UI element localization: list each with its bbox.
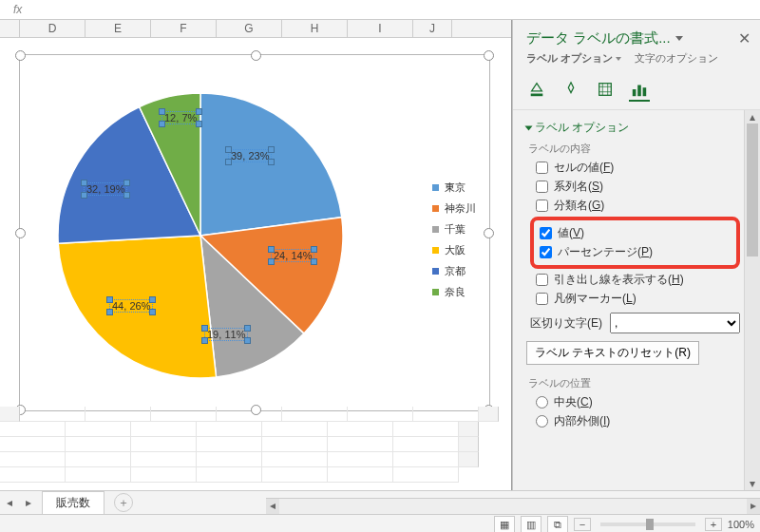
view-page-layout-icon[interactable]: ▥ xyxy=(521,516,542,532)
fx-icon[interactable]: fx xyxy=(13,3,22,16)
svg-rect-5 xyxy=(643,87,647,96)
close-button[interactable]: ✕ xyxy=(738,29,750,48)
checkbox[interactable] xyxy=(536,274,548,286)
legend-swatch xyxy=(432,205,439,212)
scroll-right-icon[interactable]: ▸ xyxy=(747,499,760,514)
checkbox[interactable] xyxy=(540,246,552,258)
col-header[interactable]: J xyxy=(413,20,452,37)
label-options-icon[interactable] xyxy=(629,79,650,102)
label-selection-dot xyxy=(225,146,232,153)
checkbox[interactable] xyxy=(536,162,548,174)
opt-value[interactable]: 値(V) xyxy=(540,225,731,241)
formula-bar[interactable]: fx xyxy=(0,0,760,20)
resize-handle[interactable] xyxy=(484,228,494,238)
label-selection-dot xyxy=(268,146,275,153)
resize-handle[interactable] xyxy=(15,228,26,238)
legend-swatch xyxy=(432,184,439,191)
chart-legend[interactable]: 東京 神奈川 千葉 大阪 京都 奈良 xyxy=(432,174,482,306)
scrollbar-thumb[interactable] xyxy=(747,124,758,256)
text-options-tab[interactable]: 文字のオプション xyxy=(635,51,718,66)
separator-select[interactable]: , xyxy=(610,313,740,333)
chevron-down-icon xyxy=(675,36,683,41)
resize-handle[interactable] xyxy=(251,50,261,61)
col-header[interactable]: E xyxy=(86,20,151,37)
separator-label: 区切り文字(E) xyxy=(530,315,602,332)
pos-center[interactable]: 中央(C) xyxy=(536,394,740,410)
opt-leader-lines[interactable]: 引き出し線を表示する(H) xyxy=(536,272,740,288)
col-header[interactable]: I xyxy=(348,20,413,37)
col-header[interactable]: D xyxy=(20,20,86,37)
data-label[interactable]: 19, 11% xyxy=(205,329,247,340)
fill-line-icon[interactable] xyxy=(526,79,547,100)
data-label[interactable]: 32, 19% xyxy=(85,183,126,195)
radio[interactable] xyxy=(536,415,548,428)
legend-item[interactable]: 大阪 xyxy=(432,243,482,257)
data-label[interactable]: 24, 14% xyxy=(272,250,314,261)
checkbox[interactable] xyxy=(540,227,552,239)
effects-icon[interactable] xyxy=(560,79,581,100)
data-label[interactable]: 44, 26% xyxy=(110,300,152,312)
reset-label-text-button[interactable]: ラベル テキストのリセット(R) xyxy=(526,341,699,365)
legend-item[interactable]: 神奈川 xyxy=(432,201,482,216)
legend-swatch xyxy=(432,289,439,295)
zoom-out-button[interactable]: − xyxy=(574,518,591,531)
resize-handle[interactable] xyxy=(484,50,494,61)
label-selection-dot xyxy=(268,159,275,165)
horizontal-scrollbar[interactable]: ◂ ▸ xyxy=(266,498,760,514)
pane-scrollbar[interactable]: ▴ ▾ xyxy=(744,110,760,490)
opt-legend-marker[interactable]: 凡例マーカー(L) xyxy=(536,291,740,307)
section-label-options[interactable]: ラベル オプション xyxy=(526,120,740,136)
pane-title[interactable]: データ ラベルの書式... xyxy=(526,29,683,48)
legend-label: 大阪 xyxy=(445,243,466,257)
svg-rect-3 xyxy=(633,89,636,96)
checkbox[interactable] xyxy=(536,293,548,305)
checkbox[interactable] xyxy=(536,180,548,193)
col-header[interactable]: G xyxy=(217,20,282,37)
size-properties-icon[interactable] xyxy=(595,79,616,100)
legend-label: 東京 xyxy=(445,180,466,195)
pie-svg xyxy=(58,93,343,378)
tab-nav-next[interactable]: ▸ xyxy=(21,495,36,510)
sheet-tab-bar: ◂ ▸ 販売数 ＋ ◂ ▸ xyxy=(0,490,760,514)
legend-item[interactable]: 奈良 xyxy=(432,285,482,299)
opt-series-name[interactable]: 系列名(S) xyxy=(536,179,740,195)
data-label[interactable]: 12, 7% xyxy=(162,112,199,124)
chart-object[interactable]: 39, 23% 24, 14% 19, 11% 44, 26% 32, 19% … xyxy=(19,54,490,411)
view-normal-icon[interactable]: ▦ xyxy=(494,516,515,532)
sheet-tab[interactable]: 販売数 xyxy=(42,491,104,514)
opt-category-name[interactable]: 分類名(G) xyxy=(536,198,740,214)
zoom-slider-knob[interactable] xyxy=(646,519,654,530)
zoom-level[interactable]: 100% xyxy=(728,519,754,530)
legend-item[interactable]: 京都 xyxy=(432,264,482,278)
view-page-break-icon[interactable]: ⧉ xyxy=(547,516,568,532)
pie-chart[interactable]: 39, 23% 24, 14% 19, 11% 44, 26% 32, 19% … xyxy=(58,93,343,378)
grid-cells[interactable] xyxy=(0,407,511,490)
label-options-tab[interactable]: ラベル オプション xyxy=(526,51,621,66)
legend-swatch xyxy=(432,268,439,275)
highlight-box: 値(V) パーセンテージ(P) xyxy=(530,217,740,269)
pos-inside-end[interactable]: 内部外側(I) xyxy=(536,413,740,429)
legend-item[interactable]: 千葉 xyxy=(432,222,482,237)
chevron-down-icon xyxy=(616,57,621,61)
svg-rect-0 xyxy=(531,94,543,97)
new-sheet-button[interactable]: ＋ xyxy=(114,493,133,512)
radio[interactable] xyxy=(536,396,548,408)
status-bar: ▦ ▥ ⧉ − + 100% xyxy=(0,514,760,532)
legend-label: 千葉 xyxy=(445,222,466,237)
svg-rect-4 xyxy=(637,86,641,97)
opt-cell-value[interactable]: セルの値(F) xyxy=(536,160,740,176)
scroll-left-icon[interactable]: ◂ xyxy=(266,499,279,514)
zoom-slider[interactable] xyxy=(600,522,695,526)
checkbox[interactable] xyxy=(536,200,548,212)
zoom-in-button[interactable]: + xyxy=(705,518,722,531)
col-header[interactable]: H xyxy=(282,20,348,37)
legend-label: 奈良 xyxy=(445,285,466,299)
resize-handle[interactable] xyxy=(15,50,26,61)
tab-nav-prev[interactable]: ◂ xyxy=(2,495,17,510)
legend-item[interactable]: 東京 xyxy=(432,180,482,195)
col-header[interactable]: F xyxy=(151,20,217,37)
group-label-position: ラベルの位置 xyxy=(528,376,740,390)
data-label[interactable]: 39, 23% xyxy=(229,150,271,162)
select-all-corner[interactable] xyxy=(0,20,20,37)
opt-percentage[interactable]: パーセンテージ(P) xyxy=(540,244,731,260)
